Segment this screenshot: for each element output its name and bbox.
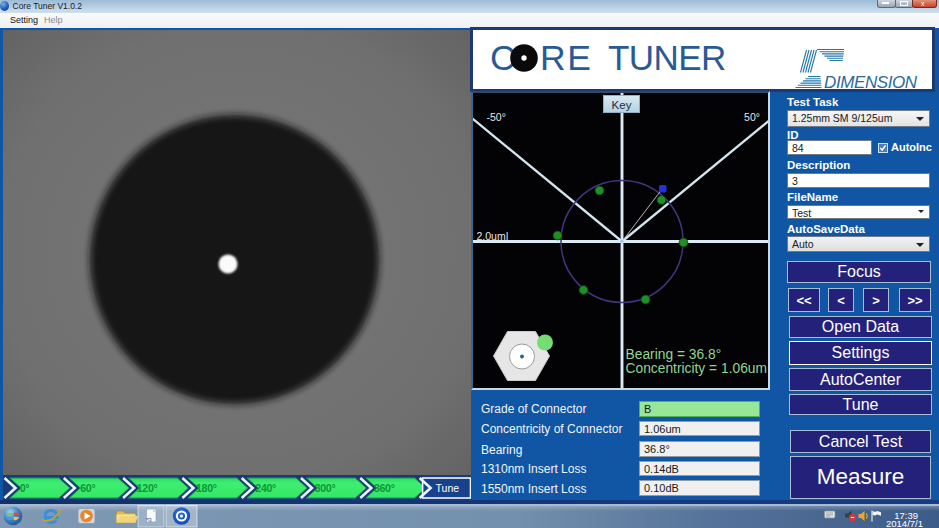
svg-text:2.0um|: 2.0um|	[477, 230, 509, 242]
svg-text:0°: 0°	[20, 482, 30, 494]
svg-text:Key: Key	[612, 99, 632, 111]
svg-text:Bearing = 36.8°: Bearing = 36.8°	[626, 347, 722, 362]
svg-text:TUNER: TUNER	[608, 38, 726, 77]
svg-text:180°: 180°	[196, 482, 217, 494]
svg-text:Tune: Tune	[436, 482, 460, 494]
svg-text:50°: 50°	[744, 111, 760, 123]
svg-text:Concentricity = 1.06um: Concentricity = 1.06um	[626, 361, 768, 376]
svg-text:60°: 60°	[80, 482, 95, 494]
svg-text:2014/7/1: 2014/7/1	[886, 518, 923, 528]
svg-text:120°: 120°	[137, 482, 158, 494]
svg-text:240°: 240°	[255, 482, 276, 494]
svg-text:360°: 360°	[374, 482, 395, 494]
svg-text:RE: RE	[540, 38, 592, 78]
svg-text:300°: 300°	[315, 482, 336, 494]
svg-text:-50°: -50°	[487, 111, 506, 123]
svg-text:DIMENSION: DIMENSION	[824, 73, 918, 89]
